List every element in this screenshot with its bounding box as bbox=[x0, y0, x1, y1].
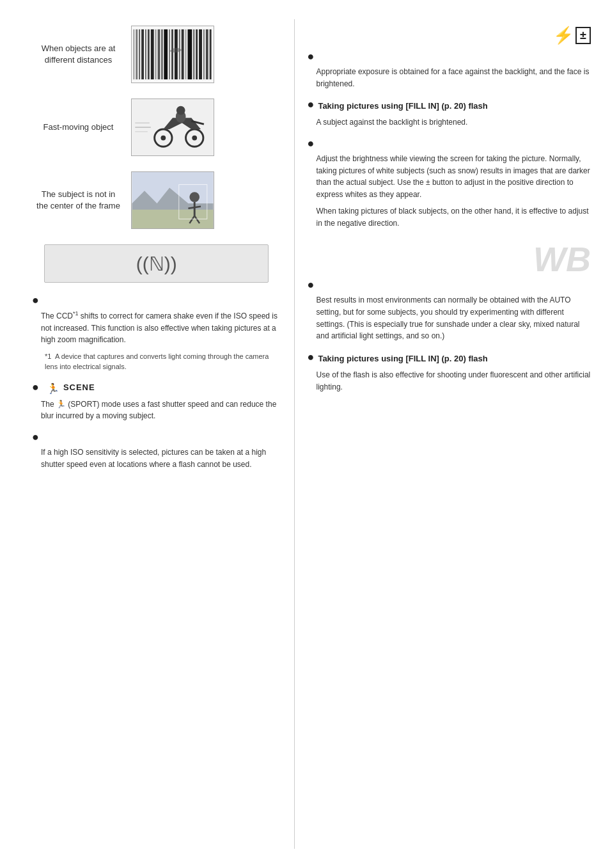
wb-bullet-2: ● Taking pictures using [FILL IN] (p. 20… bbox=[308, 352, 591, 393]
svg-rect-21 bbox=[199, 29, 202, 79]
bullet-dot-ois: ● bbox=[32, 294, 39, 306]
bullet-iso: ● If a high ISO sensitivity is selected,… bbox=[32, 432, 281, 470]
svg-rect-11 bbox=[164, 29, 168, 79]
wb-label: WB bbox=[533, 242, 591, 276]
flash-exposure-icons: ⚡ ± bbox=[553, 26, 591, 45]
illus-item-vlines: When objects are at different distances bbox=[32, 26, 281, 83]
right-bullet-row-2: ● Taking pictures using [FILL IN] (p. 20… bbox=[308, 100, 591, 113]
svg-rect-12 bbox=[169, 29, 170, 79]
right-bullet-row-3: ● bbox=[308, 139, 591, 149]
right-bullet-3: ● Adjust the brightness while viewing th… bbox=[308, 139, 591, 230]
svg-rect-7 bbox=[151, 29, 154, 79]
exposure-icon: ± bbox=[575, 27, 591, 45]
svg-rect-19 bbox=[193, 29, 194, 79]
right-bullet-subtext-3b: When taking pictures of black subjects, … bbox=[317, 205, 591, 229]
right-bullet-subtext-1: Appropriate exposure is obtained for a f… bbox=[317, 66, 591, 90]
svg-point-38 bbox=[189, 192, 199, 202]
wb-bullet-1: ● Best results in most environments can … bbox=[308, 280, 591, 342]
svg-rect-9 bbox=[158, 29, 160, 79]
svg-rect-23 bbox=[206, 29, 208, 79]
svg-point-30 bbox=[160, 136, 166, 141]
wb-bullet-subtext-2: Use of the flash is also effective for s… bbox=[317, 369, 591, 393]
right-bullet-bold-2: Taking pictures using [FILL IN] (p. 20) … bbox=[318, 100, 487, 113]
shake-box: ((ℕ)) bbox=[44, 244, 269, 283]
bullet-row-iso: ● bbox=[32, 432, 281, 443]
scene-label: SCENE bbox=[63, 383, 95, 392]
lightning-icon: ⚡ bbox=[553, 26, 574, 45]
svg-point-34 bbox=[176, 106, 185, 115]
illus-img-motorcycle bbox=[131, 99, 214, 156]
top-icons-area: ⚡ ± bbox=[308, 26, 591, 45]
right-bullet-dot-1: ● bbox=[308, 51, 315, 62]
svg-rect-10 bbox=[161, 29, 162, 79]
svg-rect-22 bbox=[203, 29, 205, 79]
right-section-2: ● Best results in most environments can … bbox=[308, 280, 591, 393]
svg-rect-2 bbox=[136, 29, 137, 79]
illus-img-vlines bbox=[131, 26, 214, 83]
svg-rect-16 bbox=[182, 29, 184, 79]
right-bullet-dot-2: ● bbox=[308, 99, 315, 110]
svg-rect-5 bbox=[145, 29, 146, 79]
svg-rect-8 bbox=[155, 29, 157, 79]
svg-rect-13 bbox=[171, 29, 173, 79]
svg-rect-6 bbox=[148, 29, 150, 79]
svg-rect-4 bbox=[141, 29, 144, 79]
bullet-ois: ● The CCD*1 shifts to correct for camera… bbox=[32, 296, 281, 372]
svg-rect-14 bbox=[175, 29, 178, 79]
right-bullet-1: ● Appropriate exposure is obtained for a… bbox=[308, 52, 591, 90]
svg-point-32 bbox=[192, 136, 197, 141]
illus-item-person: The subject is not inthe center of the f… bbox=[32, 171, 281, 229]
svg-rect-3 bbox=[139, 29, 140, 79]
svg-rect-24 bbox=[210, 29, 212, 79]
page: When objects are at different distances bbox=[0, 0, 610, 868]
svg-rect-1 bbox=[133, 29, 134, 79]
bullet-subtext-scene: The 🏃 (SPORT) mode uses a fast shutter s… bbox=[41, 398, 281, 422]
wb-bullet-bold-2: Taking pictures using [FILL IN] (p. 20) … bbox=[318, 352, 487, 365]
sport-icon: 🏃 bbox=[47, 383, 59, 395]
shake-symbol: ((ℕ)) bbox=[136, 253, 177, 275]
wb-bullet-row-2: ● Taking pictures using [FILL IN] (p. 20… bbox=[308, 352, 591, 365]
bullet-dot-iso: ● bbox=[32, 431, 39, 443]
wb-bullet-dot-1: ● bbox=[308, 279, 315, 290]
bullet-row-ois: ● bbox=[32, 296, 281, 306]
svg-rect-17 bbox=[185, 29, 187, 79]
bullet-subtext-iso: If a high ISO sensitivity is selected, p… bbox=[41, 446, 281, 470]
illus-label-vlines: When objects are at different distances bbox=[32, 43, 125, 66]
wb-bullet-dot-2: ● bbox=[308, 351, 315, 363]
right-bullet-subtext-2: A subject against the backlight is brigh… bbox=[317, 116, 591, 129]
right-column: ⚡ ± ● Appropriate exposure is obtained f… bbox=[295, 19, 610, 849]
right-bullet-subtext-3a: Adjust the brightness while viewing the … bbox=[317, 153, 591, 200]
illus-label-motorcycle: Fast-moving object bbox=[32, 122, 125, 133]
svg-rect-18 bbox=[187, 29, 192, 79]
svg-rect-20 bbox=[196, 29, 198, 79]
wb-header: WB bbox=[308, 242, 591, 276]
right-bullet-row-1: ● bbox=[308, 52, 591, 62]
right-bullet-dot-3: ● bbox=[308, 138, 315, 149]
illus-label-person: The subject is not inthe center of the f… bbox=[32, 189, 125, 212]
wb-bullet-subtext-1: Best results in most environments can no… bbox=[317, 294, 591, 342]
bullet-scene: ● 🏃 SCENE The 🏃 (SPORT) mode uses a fast… bbox=[32, 383, 281, 422]
left-column: When objects are at different distances bbox=[0, 19, 294, 849]
right-section-1: ● Appropriate exposure is obtained for a… bbox=[308, 52, 591, 229]
footnote-ccd: *1 A device that captures and converts l… bbox=[45, 351, 281, 372]
svg-rect-15 bbox=[179, 29, 180, 79]
illus-img-person bbox=[131, 171, 214, 229]
illus-item-motorcycle: Fast-moving object bbox=[32, 99, 281, 156]
right-bullet-2: ● Taking pictures using [FILL IN] (p. 20… bbox=[308, 100, 591, 129]
wb-bullet-row-1: ● bbox=[308, 280, 591, 290]
bullet-subtext-ois: The CCD*1 shifts to correct for camera s… bbox=[41, 310, 281, 346]
bullet-row-scene: ● 🏃 SCENE bbox=[32, 383, 281, 395]
bullet-dot-scene: ● bbox=[32, 381, 39, 393]
